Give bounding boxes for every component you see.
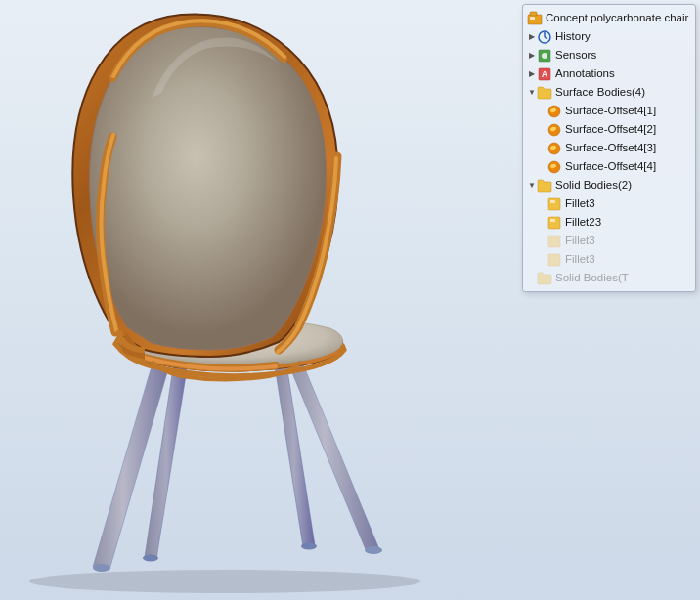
tree-item-fillet23[interactable]: ▶ Fillet23 — [533, 213, 695, 232]
svg-rect-27 — [548, 236, 560, 247]
tree-item-surface-offset4[interactable]: ▶ Surface-Offset4[4] — [533, 157, 695, 176]
surface-offset1-icon — [547, 104, 562, 119]
fillet3-reflected2-icon — [547, 252, 562, 268]
sensors-icon — [537, 48, 552, 64]
tree-item-annotations[interactable]: ▶ A Annotations — [523, 64, 695, 83]
fillet23-label: Fillet23 — [565, 214, 601, 231]
solid-bodies-label: Solid Bodies(2) — [555, 177, 632, 193]
surface-offset1-label: Surface-Offset4[1] — [565, 103, 656, 119]
svg-point-3 — [143, 555, 158, 562]
surface-offset2-label: Surface-Offset4[2] — [565, 121, 656, 138]
fillet3-reflected-label: Fillet3 — [565, 233, 595, 249]
expand-arrow-solid[interactable]: ▼ — [527, 178, 537, 193]
tree-item-solid-bodies[interactable]: ▼ Solid Bodies(2) — [523, 176, 695, 194]
feature-tree-panel: Concept polycarbonate chair ▶ History ▶ — [522, 4, 696, 292]
svg-rect-5 — [528, 15, 542, 24]
expand-arrow-annotations[interactable]: ▶ — [527, 66, 537, 82]
tree-item-fillet3-reflected: ▶ Fillet3 — [533, 232, 695, 250]
svg-line-10 — [545, 37, 547, 39]
history-label: History — [555, 28, 591, 45]
surface-offset4-label: Surface-Offset4[4] — [565, 158, 656, 175]
tree-item-surface-offset3[interactable]: ▶ Surface-Offset4[3] — [533, 139, 695, 157]
tree-item-sensors[interactable]: ▶ Sensors — [523, 46, 695, 64]
history-icon — [537, 29, 552, 45]
tree-item-history[interactable]: ▶ History — [523, 27, 695, 46]
sensors-label: Sensors — [555, 47, 596, 64]
expand-arrow-surface[interactable]: ▼ — [527, 85, 537, 101]
svg-point-0 — [29, 570, 420, 593]
cad-viewport[interactable]: Concept polycarbonate chair ▶ History ▶ — [0, 0, 700, 600]
component-icon — [527, 11, 543, 26]
annotations-label: Annotations — [555, 65, 615, 82]
tree-item-root[interactable]: Concept polycarbonate chair — [523, 9, 695, 27]
svg-point-4 — [301, 543, 317, 550]
svg-rect-25 — [548, 217, 560, 229]
surface-offset4-icon — [547, 159, 562, 175]
surface-offset3-icon — [547, 141, 562, 156]
chair-model — [0, 0, 518, 600]
svg-point-12 — [542, 53, 547, 59]
solid-folder-icon — [537, 178, 552, 193]
tree-item-surface-offset2[interactable]: ▶ Surface-Offset4[2] — [533, 120, 695, 139]
root-label: Concept polycarbonate chair — [546, 10, 688, 26]
tree-item-surface-bodies[interactable]: ▼ Surface Bodies(4) — [523, 83, 695, 102]
tree-item-fillet3-reflected2: ▶ Fillet3 — [533, 250, 695, 269]
svg-rect-26 — [550, 219, 555, 222]
svg-rect-6 — [530, 12, 537, 16]
solid-reflected-icon — [537, 271, 552, 286]
svg-rect-24 — [550, 200, 555, 203]
solid-reflected-label: Solid Bodies(T — [555, 270, 629, 286]
surface-offset3-label: Surface-Offset4[3] — [565, 140, 656, 156]
svg-rect-28 — [548, 254, 560, 266]
expand-arrow-sensors[interactable]: ▶ — [527, 48, 537, 64]
fillet3-reflected2-label: Fillet3 — [565, 251, 595, 268]
fillet23-icon — [547, 215, 562, 231]
expand-arrow-history[interactable]: ▶ — [527, 29, 537, 45]
surface-folder-icon — [537, 85, 552, 101]
svg-text:A: A — [542, 69, 548, 79]
svg-rect-23 — [548, 198, 560, 210]
tree-item-surface-offset1[interactable]: ▶ Surface-Offset4[1] — [533, 102, 695, 120]
svg-point-1 — [93, 564, 110, 572]
svg-point-2 — [365, 546, 382, 554]
tree-item-solid-reflected: ▶ Solid Bodies(T — [523, 269, 695, 287]
surface-offset2-icon — [547, 122, 562, 138]
svg-rect-7 — [530, 17, 535, 20]
surface-bodies-label: Surface Bodies(4) — [555, 84, 645, 101]
fillet3-reflected-icon — [547, 234, 562, 249]
tree-item-fillet3[interactable]: ▶ Fillet3 — [533, 194, 695, 213]
fillet3-icon — [547, 196, 562, 212]
annotations-icon: A — [537, 66, 552, 82]
fillet3-label: Fillet3 — [565, 195, 595, 212]
